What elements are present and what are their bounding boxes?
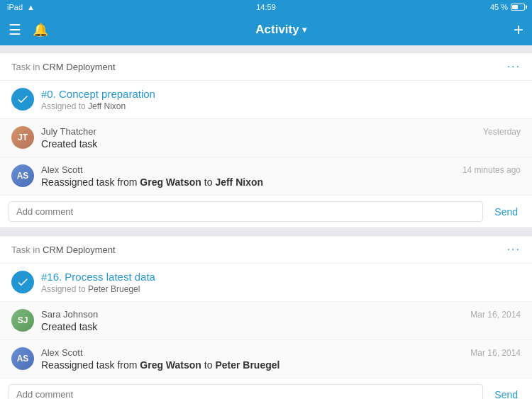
avatar: SJ xyxy=(11,309,34,332)
nav-bar: ☰ 🔔 Activity ▾ + xyxy=(0,14,532,45)
nav-title-label: Activity xyxy=(255,23,299,37)
battery-icon xyxy=(511,4,525,11)
carrier-label: iPad xyxy=(7,3,23,11)
battery-label: 45 % xyxy=(490,3,508,11)
activity-time: 14 minutes ago xyxy=(462,165,521,175)
task-title[interactable]: #16. Process latest data xyxy=(41,271,521,283)
task-assigned: Assigned to Peter Bruegel xyxy=(41,284,521,294)
comment-row: Send xyxy=(0,196,532,227)
activity-name: July Thatcher xyxy=(41,126,96,137)
activity-body: Reassigned task from Greg Watson to Pete… xyxy=(41,359,521,371)
chevron-down-icon: ▾ xyxy=(302,25,306,35)
activity-row-1: JTJuly ThatcherYesterdayCreated task xyxy=(0,119,532,157)
card-header-label: Task in CRM Deployment xyxy=(11,245,116,255)
activity-body: Reassigned task from Greg Watson to Jeff… xyxy=(41,176,521,188)
send-button[interactable]: Send xyxy=(489,203,523,220)
more-options-button[interactable]: ··· xyxy=(507,60,521,73)
task-row[interactable]: #16. Process latest dataAssigned to Pete… xyxy=(0,264,532,302)
activity-body: Created task xyxy=(41,321,521,332)
activity-header: July ThatcherYesterday xyxy=(41,126,521,137)
nav-left: ☰ 🔔 xyxy=(9,21,48,38)
comment-input[interactable] xyxy=(9,201,483,222)
card-header: Task in CRM Deployment··· xyxy=(0,53,532,81)
avatar: AS xyxy=(11,164,34,187)
task-info: #0. Concept preparationAssigned to Jeff … xyxy=(41,88,521,111)
status-bar-left: iPad ▲ xyxy=(7,3,35,11)
task-card-1: Task in CRM Deployment···#0. Concept pre… xyxy=(0,52,532,228)
activity-header: Alex Scott14 minutes ago xyxy=(41,164,521,175)
task-card-2: Task in CRM Deployment···#16. Process la… xyxy=(0,235,532,399)
notifications-button[interactable]: 🔔 xyxy=(33,22,48,38)
status-bar-right: 45 % xyxy=(490,3,525,11)
task-title[interactable]: #0. Concept preparation xyxy=(41,88,521,100)
activity-body: Created task xyxy=(41,138,521,150)
activity-content: Sara JohnsonMar 16, 2014Created task xyxy=(41,309,521,332)
activity-row-1: SJSara JohnsonMar 16, 2014Created task xyxy=(0,302,532,340)
avatar: AS xyxy=(11,347,34,370)
activity-content: Alex ScottMar 16, 2014Reassigned task fr… xyxy=(41,347,521,371)
activity-content: July ThatcherYesterdayCreated task xyxy=(41,126,521,150)
menu-button[interactable]: ☰ xyxy=(9,21,21,38)
card-header-label: Task in CRM Deployment xyxy=(11,62,116,72)
comment-row: Send xyxy=(0,378,532,399)
task-row[interactable]: #0. Concept preparationAssigned to Jeff … xyxy=(0,81,532,119)
status-bar: iPad ▲ 14:59 45 % xyxy=(0,0,532,14)
avatar: JT xyxy=(11,126,34,149)
activity-name: Sara Johnson xyxy=(41,309,98,320)
task-info: #16. Process latest dataAssigned to Pete… xyxy=(41,271,521,294)
status-bar-time: 14:59 xyxy=(256,3,276,11)
activity-header: Sara JohnsonMar 16, 2014 xyxy=(41,309,521,320)
activity-time: Yesterday xyxy=(483,127,521,137)
activity-time: Mar 16, 2014 xyxy=(470,348,521,358)
nav-title: Activity ▾ xyxy=(255,23,306,37)
add-button[interactable]: + xyxy=(514,20,523,40)
task-assigned: Assigned to Jeff Nixon xyxy=(41,101,521,111)
send-button[interactable]: Send xyxy=(489,386,523,400)
activity-name: Alex Scott xyxy=(41,164,83,175)
activity-list: Task in CRM Deployment···#0. Concept pre… xyxy=(0,45,532,399)
task-icon xyxy=(11,88,34,111)
more-options-button[interactable]: ··· xyxy=(507,243,521,256)
activity-header: Alex ScottMar 16, 2014 xyxy=(41,347,521,358)
task-icon xyxy=(11,271,34,293)
activity-row-2: ASAlex ScottMar 16, 2014Reassigned task … xyxy=(0,340,532,378)
activity-name: Alex Scott xyxy=(41,347,83,358)
comment-input[interactable] xyxy=(9,384,483,399)
activity-time: Mar 16, 2014 xyxy=(470,310,521,320)
wifi-icon: ▲ xyxy=(27,3,35,11)
activity-content: Alex Scott14 minutes agoReassigned task … xyxy=(41,164,521,188)
card-header: Task in CRM Deployment··· xyxy=(0,236,532,264)
activity-row-2: ASAlex Scott14 minutes agoReassigned tas… xyxy=(0,157,532,196)
